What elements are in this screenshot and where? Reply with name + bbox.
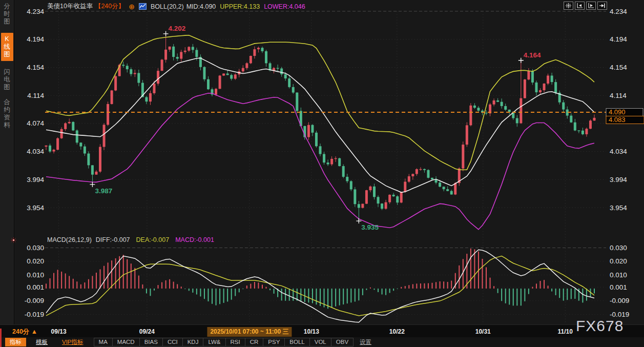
svg-text:3.994: 3.994 (27, 176, 44, 183)
price-annotations: 4.2023.9874.1643.935 (90, 25, 541, 231)
symbol-title: 美债10年收益率 (47, 2, 93, 11)
svg-text:0.020: 0.020 (27, 257, 44, 265)
boll-label: BOLL(20,2) (151, 3, 184, 10)
x-axis-date: 09/24 (139, 328, 155, 335)
indicator-button-obv[interactable]: OBV (331, 338, 354, 346)
x-axis-date: 11/10 (558, 328, 573, 335)
indicator-button-psy[interactable]: PSY (263, 338, 285, 346)
period-badge[interactable]: 240分 ▲ (12, 328, 37, 336)
sidebar: 分时图 K线图 闪电图 合约资料 (0, 0, 14, 324)
svg-text:-0.009: -0.009 (610, 297, 629, 304)
fx678-watermark: FX678 (576, 317, 624, 335)
svg-text:3.954: 3.954 (610, 204, 627, 212)
svg-text:4.083: 4.083 (609, 116, 626, 124)
pan-right-icon[interactable] (586, 2, 596, 10)
svg-text:4.164: 4.164 (524, 51, 541, 59)
indicator-button-rsi[interactable]: RSI (225, 338, 245, 346)
indicator-buttons: MAMACDBIASCCIKDJLW&RSICRPSYBOLLVOLOBV (94, 338, 354, 346)
svg-text:4.114: 4.114 (610, 92, 627, 99)
svg-text:4.194: 4.194 (610, 35, 627, 43)
x-axis-date: 10/13 (304, 328, 319, 335)
svg-text:-0.019: -0.019 (25, 311, 44, 318)
boll-mid-value: MID:4.090 (186, 3, 216, 10)
candles (45, 34, 596, 221)
svg-text:-0.009: -0.009 (25, 297, 44, 304)
period-tag[interactable]: 【240分】 (95, 2, 124, 11)
svg-text:4.234: 4.234 (610, 8, 627, 15)
indicator-button-kdj[interactable]: KDJ (182, 338, 204, 346)
macd-dea-line (46, 256, 594, 316)
svg-text:0.030: 0.030 (610, 244, 627, 252)
svg-text:4.234: 4.234 (27, 8, 44, 15)
indicator-button-lw[interactable]: LW& (203, 338, 225, 346)
chart-nav-icons (564, 2, 607, 10)
go-to-end-icon[interactable] (597, 2, 607, 10)
svg-text:0.010: 0.010 (27, 271, 44, 279)
indicator-button-boll[interactable]: BOLL (284, 338, 309, 346)
boll-upper-value: UPPER:4.133 (220, 3, 260, 10)
macd-diff-line (46, 250, 594, 322)
mini-chart-icon[interactable] (139, 3, 147, 10)
svg-text:3.954: 3.954 (27, 204, 44, 212)
pan-left-icon[interactable] (575, 2, 585, 10)
bottom-toolbar: 指标 模板 VIP指标 MAMACDBIASCCIKDJLW&RSICRPSYB… (0, 337, 644, 347)
macd-histogram (46, 249, 595, 309)
indicator-button-ma[interactable]: MA (94, 338, 113, 346)
x-axis-date: 09/13 (51, 328, 67, 335)
svg-text:4.202: 4.202 (169, 25, 186, 32)
chart-svg[interactable]: 4.0904.0834.2023.9874.1643.9354.2344.234… (14, 0, 644, 325)
macd-header: MACD(26,12,9) DIFF:-0.007 DEA:-0.007 MAC… (47, 236, 214, 243)
tab-indicators[interactable]: 指标 (5, 338, 26, 346)
svg-text:0.030: 0.030 (27, 244, 44, 252)
svg-text:3.994: 3.994 (610, 176, 627, 183)
sidebar-item-kline-chart[interactable]: K线图 (1, 33, 13, 61)
svg-text:4.034: 4.034 (27, 148, 44, 155)
svg-text:4.114: 4.114 (27, 92, 44, 99)
x-axis-highlighted-range: 2025/10/01 07:00 ~ 11:00 三 (207, 327, 292, 337)
macd-macd-value: MACD:-0.001 (175, 236, 214, 243)
app-window: { "header": { "symbol": "美债10年收益率", "per… (0, 0, 644, 347)
indicator-button-cci[interactable]: CCI (162, 338, 183, 346)
svg-text:0.010: 0.010 (610, 271, 627, 279)
indicator-button-vol[interactable]: VOL (309, 338, 331, 346)
tab-templates[interactable]: 模板 (31, 338, 52, 346)
price-label-boxes: 4.0904.083 (606, 108, 644, 124)
starburst-icon (11, 236, 16, 245)
indicator-button-macd[interactable]: MACD (112, 338, 140, 346)
crosshair-move-icon[interactable] (564, 2, 573, 10)
indicator-button-cr[interactable]: CR (245, 338, 264, 346)
svg-text:4.034: 4.034 (610, 148, 627, 155)
macd-diff-value: DIFF:-0.007 (96, 236, 130, 243)
svg-text:0.001: 0.001 (610, 283, 627, 291)
svg-text:4.194: 4.194 (27, 35, 44, 43)
indicator-button-bias[interactable]: BIAS (139, 338, 163, 346)
chart-header: 美债10年收益率 【240分】 ⊕ BOLL(20,2) MID:4.090 U… (47, 2, 305, 11)
left-accent-bar (0, 329, 2, 347)
svg-text:0.020: 0.020 (610, 257, 627, 265)
svg-text:3.987: 3.987 (95, 187, 112, 195)
sidebar-item-contract-info[interactable]: 合约资料 (4, 98, 11, 129)
circle-plus-icon[interactable]: ⊕ (129, 4, 135, 10)
settings-button[interactable]: 设置 (360, 338, 371, 346)
macd-dea-value: DEA:-0.007 (136, 236, 170, 243)
x-axis-row: 240分 ▲ 09/1309/2410/1310/2210/3111/10202… (0, 324, 644, 338)
boll-mid-line (46, 58, 594, 192)
x-axis-date: 10/22 (389, 328, 405, 335)
boll-lower-value: LOWER:4.046 (264, 3, 305, 10)
sidebar-item-time-chart[interactable]: 分时图 (4, 3, 11, 26)
svg-text:0.001: 0.001 (27, 283, 44, 291)
svg-text:4.154: 4.154 (27, 64, 44, 71)
svg-text:4.154: 4.154 (610, 64, 627, 71)
sidebar-item-flash-chart[interactable]: 闪电图 (4, 68, 11, 91)
period-up-arrow-icon: ▲ (31, 328, 37, 335)
macd-formula: MACD(26,12,9) (47, 236, 92, 243)
svg-text:4.090: 4.090 (609, 108, 626, 116)
tab-vip-indicators[interactable]: VIP指标 (57, 338, 88, 346)
svg-text:3.935: 3.935 (361, 223, 379, 231)
svg-text:4.074: 4.074 (27, 119, 44, 127)
x-axis-date: 10/31 (475, 328, 491, 335)
